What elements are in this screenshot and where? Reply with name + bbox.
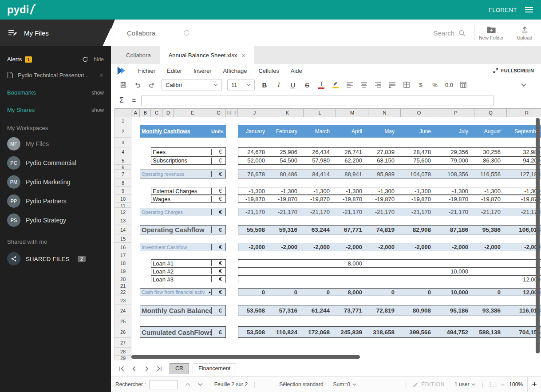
row-header-13[interactable]: 13 bbox=[115, 216, 131, 225]
column-header-H[interactable]: H bbox=[226, 108, 232, 117]
row-header-25[interactable]: 25 bbox=[115, 316, 131, 326]
bookmarks-link[interactable]: Bookmarks bbox=[7, 89, 36, 96]
spreadsheet-cell[interactable]: -2,000 bbox=[304, 243, 336, 251]
spreadsheet-cell[interactable]: 93,386 bbox=[474, 305, 507, 316]
spreadsheet-cell[interactable]: -2,000 bbox=[368, 243, 401, 251]
strikethrough-button[interactable]: S bbox=[301, 79, 313, 91]
spreadsheet-cell[interactable]: 588,138 bbox=[474, 326, 507, 338]
row-body[interactable]: Loan #3€12,000 bbox=[131, 275, 541, 283]
last-sheet-button[interactable] bbox=[154, 364, 164, 373]
search-input[interactable]: Search bbox=[433, 29, 466, 37]
dismiss-alert-icon[interactable]: ✕ bbox=[99, 72, 104, 79]
grid-corner[interactable] bbox=[115, 108, 131, 117]
menu-edit-icon[interactable] bbox=[8, 29, 17, 36]
sheet-tab-cr[interactable]: CR bbox=[170, 363, 189, 374]
row-body[interactable] bbox=[131, 216, 541, 225]
row-header-11[interactable]: 11 bbox=[115, 203, 131, 208]
alerts-hide-button[interactable]: hide bbox=[94, 56, 104, 63]
row-body[interactable] bbox=[131, 138, 541, 147]
row-body[interactable] bbox=[131, 117, 541, 125]
spreadsheet-cell[interactable]: 53,508 bbox=[238, 305, 271, 316]
workspace-item-pp[interactable]: PPPydio Partners bbox=[7, 194, 104, 208]
spreadsheet-cell[interactable]: 116,556 bbox=[474, 170, 507, 178]
spreadsheet-cell[interactable]: 61,244 bbox=[304, 305, 336, 316]
close-icon[interactable]: × bbox=[241, 51, 245, 59]
row-label-block[interactable]: External Charges€ bbox=[151, 187, 226, 195]
column-header-C[interactable]: C bbox=[151, 108, 162, 117]
first-sheet-button[interactable] bbox=[116, 364, 127, 373]
column-header-N[interactable]: N bbox=[368, 108, 401, 117]
spreadsheet-cell[interactable]: -1,300 bbox=[304, 187, 336, 195]
spreadsheet-cell[interactable] bbox=[474, 275, 507, 283]
vertical-scrollbar[interactable] bbox=[536, 118, 540, 353]
spreadsheet-cell[interactable]: 8,000 bbox=[336, 259, 368, 267]
row-body[interactable] bbox=[131, 234, 541, 243]
row-label-block[interactable]: Monthly CashflowsUnits bbox=[140, 125, 226, 138]
spreadsheet-cell[interactable]: 0 bbox=[271, 288, 304, 296]
font-name-select[interactable]: Calibri bbox=[162, 79, 222, 91]
my-shares-link[interactable]: My Shares bbox=[7, 107, 35, 113]
column-header-D[interactable]: D bbox=[162, 108, 174, 117]
horizontal-scrollbar[interactable] bbox=[131, 355, 360, 359]
spreadsheet-cell[interactable] bbox=[401, 267, 437, 275]
spreadsheet-cell[interactable]: -1,300 bbox=[271, 187, 304, 195]
column-header-K[interactable]: K bbox=[271, 108, 304, 117]
row-body[interactable]: Investment Cashflow€-2,000-2,000-2,000-2… bbox=[131, 243, 541, 251]
formula-input[interactable] bbox=[141, 95, 494, 106]
row-body[interactable] bbox=[131, 165, 541, 170]
column-header-M[interactable]: M bbox=[336, 108, 368, 117]
spreadsheet-cell[interactable]: -19,870 bbox=[368, 195, 401, 203]
align-left-button[interactable] bbox=[344, 79, 355, 91]
spreadsheet-cell[interactable] bbox=[474, 267, 507, 275]
bookmarks-show-button[interactable]: show bbox=[91, 90, 104, 96]
spreadsheet-cell[interactable]: 110,824 bbox=[271, 326, 304, 338]
column-header-G[interactable]: G bbox=[211, 108, 226, 117]
tab-collabora[interactable]: Collabora bbox=[117, 46, 160, 64]
row-body[interactable]: Monthly Cash Balance€53,50857,31661,2447… bbox=[131, 305, 541, 316]
row-header-16[interactable]: 16 bbox=[115, 243, 131, 251]
spreadsheet-cell[interactable]: 72,819 bbox=[368, 305, 401, 316]
currency-format-button[interactable]: $ bbox=[415, 79, 426, 91]
row-body[interactable] bbox=[131, 203, 541, 208]
row-body[interactable] bbox=[131, 251, 541, 259]
spreadsheet-cell[interactable] bbox=[304, 267, 336, 275]
upload-button[interactable]: Upload bbox=[508, 26, 541, 40]
spreadsheet-cell[interactable]: 27,839 bbox=[368, 147, 401, 156]
main-menu-button[interactable] bbox=[525, 7, 533, 12]
spreadsheet-cell[interactable] bbox=[304, 275, 336, 283]
spreadsheet-cell[interactable] bbox=[368, 275, 401, 283]
spreadsheet-cell[interactable] bbox=[336, 267, 368, 275]
spreadsheet-cell[interactable]: 82,908 bbox=[401, 225, 437, 234]
spreadsheet-cell[interactable]: 95,186 bbox=[437, 305, 474, 316]
row-body[interactable]: Loan #1€8,000 bbox=[131, 259, 541, 267]
pydio-logo[interactable]: pydi bbox=[7, 4, 36, 16]
row-header-27[interactable]: 27 bbox=[115, 338, 131, 348]
spreadsheet-cell[interactable]: -19,870 bbox=[401, 195, 437, 203]
row-body[interactable]: Loan #2€10,000 bbox=[131, 267, 541, 275]
spreadsheet-cell[interactable]: -1,300 bbox=[437, 187, 474, 195]
spreadsheet-cell[interactable]: April bbox=[336, 125, 368, 138]
spreadsheet-cell[interactable]: 52,000 bbox=[238, 156, 271, 165]
spreadsheet-cell[interactable]: -19,870 bbox=[336, 195, 368, 203]
spreadsheet-cell[interactable] bbox=[401, 275, 437, 283]
spreadsheet-cell[interactable]: -21,170 bbox=[271, 208, 304, 216]
row-label-block[interactable]: Loan #3€ bbox=[151, 275, 226, 283]
spreadsheet-cell[interactable]: 10,000 bbox=[437, 288, 474, 296]
spreadsheet-cell[interactable]: 108,356 bbox=[437, 170, 474, 178]
find-previous-button[interactable] bbox=[185, 383, 190, 386]
highlight-color-button[interactable] bbox=[330, 79, 341, 91]
row-header-14[interactable]: 14 bbox=[115, 225, 131, 234]
percent-format-button[interactable]: % bbox=[429, 79, 441, 91]
workspace-item-pm[interactable]: PMPydio Marketing bbox=[7, 175, 104, 189]
spreadsheet-cell[interactable] bbox=[336, 275, 368, 283]
spreadsheet-cell[interactable]: 57,316 bbox=[271, 305, 304, 316]
spreadsheet-cell[interactable]: 245,839 bbox=[336, 326, 368, 338]
align-right-button[interactable] bbox=[372, 79, 384, 91]
spreadsheet-cell[interactable]: 10,000 bbox=[437, 267, 474, 275]
spreadsheet-cell[interactable]: May bbox=[368, 125, 401, 138]
spreadsheet-cell[interactable] bbox=[304, 259, 336, 267]
row-body[interactable]: Subscriptions€52,00054,50057,98062,20068… bbox=[131, 156, 541, 165]
row-header-21[interactable]: 21 bbox=[115, 283, 131, 288]
spreadsheet-cell[interactable]: -21,170 bbox=[437, 208, 474, 216]
spreadsheet-cell[interactable] bbox=[368, 267, 401, 275]
